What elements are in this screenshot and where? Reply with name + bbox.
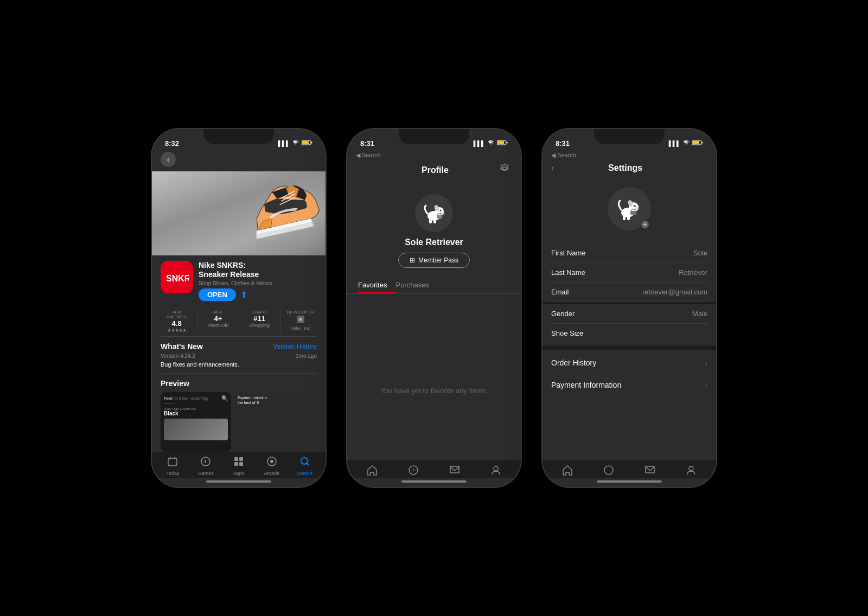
ratings-count-label: 743K RATINGS bbox=[161, 310, 193, 319]
payment-info-chevron: › bbox=[705, 381, 707, 389]
search-icon-tab bbox=[299, 456, 310, 470]
notch-2 bbox=[399, 129, 469, 144]
settings-avatar-dog-svg bbox=[616, 195, 643, 222]
ss2-content: Explore, unlock athe best of S bbox=[234, 392, 305, 408]
settings-search-nav: ◀ Search bbox=[542, 151, 716, 161]
rating-block-chart: CHART #11 Shopping bbox=[244, 310, 276, 333]
screen-appstore: 8:32 ▌▌▌ ‹ bbox=[152, 129, 326, 487]
today-icon bbox=[167, 456, 178, 470]
email-value: retriever@gmail.com bbox=[642, 288, 707, 296]
field-email: Email retriever@gmail.com bbox=[551, 283, 707, 302]
share-icon[interactable]: ⬆ bbox=[240, 290, 247, 300]
profile-tabs: Favorites Purchases bbox=[347, 277, 521, 294]
settings-back-button[interactable]: ‹ bbox=[551, 163, 554, 173]
settings-fields: First Name Sole Last Name Retriever Emai… bbox=[542, 243, 716, 343]
apps-label: Apps bbox=[233, 471, 245, 476]
wifi-icon-2 bbox=[487, 140, 495, 146]
svg-rect-13 bbox=[234, 462, 238, 466]
svg-rect-32 bbox=[702, 142, 703, 144]
phone-settings: 8:31 ▌▌▌ ◀ Search bbox=[542, 129, 716, 487]
svg-text:SNKRS: SNKRS bbox=[166, 274, 189, 283]
profile-tab-home[interactable] bbox=[352, 464, 393, 476]
settings-tab-person[interactable] bbox=[671, 464, 712, 476]
version-meta: Version 4.24.2 1mo ago bbox=[161, 353, 317, 359]
settings-avatar-plus[interactable]: + bbox=[640, 220, 650, 229]
settings-home-icon bbox=[561, 464, 573, 476]
svg-point-25 bbox=[440, 210, 442, 211]
back-chevron: ‹ bbox=[167, 155, 170, 164]
hero-image bbox=[152, 171, 326, 255]
arcade-label: Arcade bbox=[264, 471, 280, 476]
notch bbox=[203, 129, 274, 144]
ratings-row: 743K RATINGS 4.8 ★★★★★ AGE 4+ Years Old … bbox=[152, 306, 326, 336]
dev-sub: Nike, Inc bbox=[285, 326, 317, 331]
svg-point-30 bbox=[494, 466, 498, 471]
app-meta: Nike SNKRS: Sneaker Release Shop Shoes, … bbox=[199, 261, 317, 301]
settings-tab-compass[interactable] bbox=[588, 464, 629, 476]
version-history-link[interactable]: Version History bbox=[273, 343, 317, 350]
settings-tab-home[interactable] bbox=[547, 464, 588, 476]
ratings-stars: ★★★★★ bbox=[161, 328, 193, 333]
arcade-icon bbox=[266, 456, 277, 470]
svg-point-38 bbox=[634, 205, 636, 207]
order-history-row[interactable]: Order History › bbox=[542, 352, 716, 374]
app-name: Nike SNKRS: Sneaker Release bbox=[199, 261, 317, 279]
status-time-3: 8:31 bbox=[556, 139, 570, 147]
phone-profile: 8:31 ▌▌▌ ◀ Search bbox=[347, 129, 521, 487]
phone-appstore: 8:32 ▌▌▌ ‹ bbox=[152, 129, 326, 487]
svg-rect-8 bbox=[168, 458, 177, 466]
ss1-content: Feed In Stock Upcoming 🔍 Dunk High x AMB… bbox=[161, 392, 231, 444]
tab-arcade[interactable]: Arcade bbox=[255, 456, 288, 476]
favorites-tab[interactable]: Favorites bbox=[358, 277, 395, 293]
payment-info-row[interactable]: Payment Information › bbox=[542, 374, 716, 396]
status-time-2: 8:31 bbox=[360, 139, 374, 147]
settings-avatar[interactable]: + bbox=[608, 187, 651, 230]
battery-icon-1 bbox=[302, 140, 312, 146]
shoesize-label: Shoe Size bbox=[551, 329, 583, 337]
settings-person-icon bbox=[685, 464, 697, 476]
ss1-tab-indicator bbox=[164, 403, 175, 404]
firstname-label: First Name bbox=[551, 249, 586, 257]
profile-title: Profile bbox=[371, 165, 499, 175]
tab-games[interactable]: Games bbox=[189, 456, 222, 476]
compass-icon bbox=[407, 464, 419, 476]
member-pass-button[interactable]: ⊞ Member Pass bbox=[398, 253, 470, 268]
tab-search[interactable]: Search bbox=[288, 456, 321, 476]
tab-apps[interactable]: Apps bbox=[222, 456, 256, 476]
gear-button[interactable] bbox=[499, 163, 510, 177]
screenshot-2: Explore, unlock athe best of S bbox=[234, 392, 305, 452]
svg-rect-40 bbox=[627, 216, 630, 220]
ss1-instock-tab: In Stock bbox=[175, 396, 188, 400]
whats-new-text: Bug fixes and enhancements. bbox=[161, 361, 317, 368]
order-history-chevron: › bbox=[705, 358, 707, 367]
dev-label: DEVELOPER bbox=[285, 310, 317, 315]
lastname-value: Retriever bbox=[679, 268, 707, 277]
profile-tab-compass[interactable] bbox=[393, 464, 434, 476]
chart-label: CHART bbox=[244, 310, 276, 315]
app-icon: SNKRS bbox=[161, 261, 193, 293]
back-button[interactable]: ‹ bbox=[161, 152, 176, 167]
profile-tab-messages[interactable] bbox=[434, 464, 475, 476]
svg-rect-1 bbox=[311, 142, 312, 144]
profile-content: 8:31 ▌▌▌ ◀ Search bbox=[347, 129, 521, 487]
signal-icon-1: ▌▌▌ bbox=[278, 140, 290, 146]
purchases-tab[interactable]: Purchases bbox=[395, 277, 437, 293]
message-icon bbox=[449, 464, 461, 476]
home-bar-3 bbox=[597, 480, 662, 483]
search-label-tab: Search bbox=[297, 471, 312, 476]
svg-rect-11 bbox=[234, 457, 238, 461]
gender-label: Gender bbox=[551, 310, 575, 318]
shoe-svg bbox=[239, 174, 320, 245]
settings-tab-messages[interactable] bbox=[629, 464, 671, 476]
chart-value: #11 bbox=[244, 315, 276, 323]
whats-new-header: What's New Version History bbox=[161, 342, 317, 351]
settings-compass-icon bbox=[603, 464, 615, 476]
screenshot-1: Feed In Stock Upcoming 🔍 Dunk High x AMB… bbox=[161, 392, 231, 452]
profile-tab-person[interactable] bbox=[475, 464, 516, 476]
wifi-icon-1 bbox=[292, 140, 299, 146]
battery-icon-3 bbox=[692, 140, 703, 146]
ss1-shoe-name: Black bbox=[164, 410, 228, 416]
open-button[interactable]: OPEN bbox=[199, 288, 236, 301]
member-pass-icon: ⊞ bbox=[410, 256, 415, 264]
tab-today[interactable]: Today bbox=[156, 456, 189, 476]
